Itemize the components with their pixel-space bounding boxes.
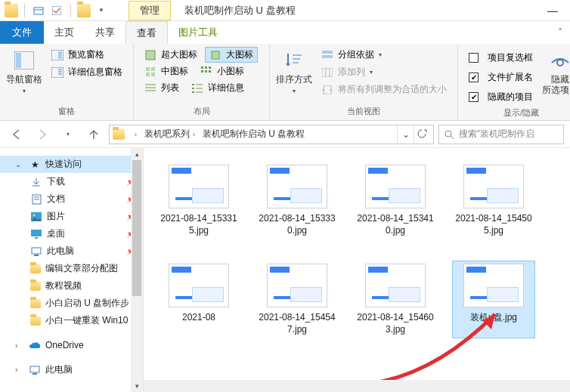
explorer-body: ⌄★快速访问 下载📌 文档📌 图片📌 桌面📌 此电脑📌 编辑文章部分配图 教程视… — [0, 148, 570, 392]
svg-rect-19 — [209, 66, 211, 69]
ribbon-collapse-icon[interactable]: ˄ — [550, 21, 570, 44]
file-list[interactable]: 2021-08-14_153315.jpg2021-08-14_153330.j… — [144, 148, 570, 392]
nav-desktop[interactable]: 桌面📌 — [0, 225, 143, 242]
view-medium-icons[interactable]: 中图标 — [140, 63, 193, 79]
contextual-tab-label: 管理 — [129, 1, 171, 20]
file-name: 2021-08-14_153315.jpg — [160, 213, 237, 236]
file-item[interactable]: 2021-08-14_154547.jpg — [256, 261, 339, 338]
nav-folder[interactable]: 教程视频 — [0, 277, 143, 295]
view-large-icons[interactable]: 大图标 — [205, 47, 258, 63]
svg-rect-4 — [16, 53, 21, 68]
breadcrumb[interactable]: › 装机吧系列› 装机吧制作启动 U 盘教程 ⌄ — [109, 125, 434, 144]
folder-icon — [30, 264, 41, 273]
nav-onedrive[interactable]: ›OneDrive — [0, 337, 143, 353]
breadcrumb-segment[interactable]: 装机吧系列› — [141, 128, 199, 140]
view-small-icons[interactable]: 小图标 — [196, 63, 249, 79]
details-pane-button[interactable]: 详细信息窗格 — [47, 64, 127, 80]
svg-rect-17 — [201, 66, 203, 69]
breadcrumb-segment[interactable]: 装机吧制作启动 U 盘教程 — [199, 128, 308, 140]
file-item[interactable]: 2021-08-14_154505.jpg — [452, 162, 535, 239]
file-name: 2021-08 — [182, 312, 215, 324]
file-item[interactable]: 2021-08 — [157, 261, 240, 338]
file-thumbnail — [267, 264, 327, 307]
view-extra-large-icons[interactable]: 超大图标 — [140, 47, 202, 63]
search-box[interactable]: 搜索"装机吧制作启 — [438, 125, 564, 144]
svg-rect-28 — [192, 88, 194, 89]
file-name: 2021-08-14_154603.jpg — [357, 312, 434, 335]
tab-file[interactable]: 文件 — [0, 21, 44, 44]
sort-by-button[interactable]: 排序方式 ▾ — [276, 47, 312, 103]
svg-rect-26 — [192, 84, 194, 85]
file-item[interactable]: 2021-08-14_153330.jpg — [256, 162, 339, 239]
tab-picture-tools[interactable]: 图片工具 — [168, 21, 228, 44]
svg-point-42 — [557, 60, 563, 66]
size-columns-button: 将所有列调整为合适的大小 — [317, 82, 451, 97]
nav-this-pc[interactable]: 此电脑📌 — [0, 242, 143, 260]
nav-documents[interactable]: 文档📌 — [0, 190, 143, 208]
nav-scrollbar[interactable]: ▴▾ — [131, 148, 143, 392]
folder-icon — [30, 299, 41, 308]
hide-selected-button[interactable]: 隐藏 所选项目 — [542, 47, 570, 105]
nav-folder[interactable]: 编辑文章部分配图 — [0, 260, 143, 277]
title-bar: ▼ 管理 装机吧制作启动 U 盘教程 — — [0, 0, 570, 21]
svg-rect-53 — [35, 237, 38, 239]
checkbox-hidden-items[interactable]: 隐藏的项目 — [464, 89, 537, 105]
computer-icon — [30, 245, 42, 258]
nav-folder[interactable]: 小白一键重装 Win10 — [0, 312, 143, 329]
svg-rect-7 — [51, 67, 64, 78]
nav-forward-button[interactable] — [32, 124, 53, 145]
svg-rect-20 — [201, 70, 203, 73]
svg-rect-55 — [34, 255, 39, 256]
svg-rect-37 — [322, 55, 333, 58]
svg-rect-57 — [33, 373, 37, 375]
svg-rect-18 — [205, 66, 207, 69]
search-icon — [444, 129, 454, 140]
nav-this-pc-root[interactable]: ›此电脑 — [0, 361, 143, 378]
svg-rect-6 — [58, 51, 62, 59]
group-layout: 超大图标 大图标 中图标 小图标 列表 详细信息 布局 — [134, 44, 270, 120]
horizontal-scrollbar[interactable] — [144, 380, 570, 392]
nav-folder[interactable]: 小白启动 U 盘制作步 — [0, 295, 143, 312]
minimize-button[interactable]: — — [535, 5, 570, 17]
file-thumbnail — [267, 165, 327, 208]
nav-pictures[interactable]: 图片📌 — [0, 208, 143, 225]
svg-rect-36 — [322, 51, 333, 54]
qat-properties[interactable] — [31, 3, 46, 18]
nav-back-button[interactable] — [6, 124, 27, 145]
nav-up-button[interactable] — [83, 124, 104, 145]
nav-downloads[interactable]: 下载📌 — [0, 173, 143, 190]
checkbox-file-extensions[interactable]: 文件扩展名 — [464, 69, 537, 85]
file-item[interactable]: 装机u盘.jpg — [452, 261, 535, 338]
nav-quick-access[interactable]: ⌄★快速访问 — [0, 156, 143, 173]
address-bar: ▾ › 装机吧系列› 装机吧制作启动 U 盘教程 ⌄ 搜索"装机吧制作启 — [0, 121, 570, 148]
svg-rect-12 — [212, 51, 219, 59]
tab-home[interactable]: 主页 — [44, 21, 85, 44]
svg-point-51 — [33, 214, 36, 216]
preview-pane-button[interactable]: 预览窗格 — [47, 47, 127, 63]
file-name: 2021-08-14_154505.jpg — [455, 213, 532, 236]
file-item[interactable]: 2021-08-14_153410.jpg — [354, 162, 437, 239]
file-item[interactable]: 2021-08-14_154603.jpg — [354, 261, 437, 338]
file-thumbnail — [169, 165, 229, 208]
group-by-button[interactable]: 分组依据 ▾ — [317, 47, 451, 63]
svg-rect-11 — [146, 51, 155, 60]
svg-rect-16 — [151, 73, 155, 76]
refresh-button[interactable] — [414, 125, 430, 144]
qat-checkbox[interactable] — [49, 3, 64, 18]
file-thumbnail — [365, 165, 426, 208]
file-item[interactable]: 2021-08-14_153315.jpg — [157, 162, 240, 239]
file-name: 装机u盘.jpg — [470, 312, 517, 324]
file-thumbnail — [463, 165, 524, 208]
view-details[interactable]: 详细信息 — [187, 80, 249, 96]
svg-rect-14 — [151, 67, 155, 71]
checkbox-item-checkboxes[interactable]: 项目复选框 — [464, 50, 537, 66]
tab-share[interactable]: 共享 — [85, 21, 125, 44]
navigation-pane-button[interactable]: 导航窗格 ▾ — [6, 47, 42, 103]
nav-history-dropdown[interactable]: ▾ — [57, 124, 79, 145]
view-list[interactable]: 列表 — [140, 80, 184, 96]
tab-view[interactable]: 查看 — [125, 21, 168, 44]
breadcrumb-dropdown[interactable]: ⌄ — [397, 125, 414, 144]
group-show-hide: 项目复选框 文件扩展名 隐藏的项目 隐藏 所选项目 显示/隐藏 — [458, 44, 570, 120]
qat-dropdown[interactable]: ▼ — [94, 3, 109, 18]
picture-icon — [30, 211, 42, 223]
